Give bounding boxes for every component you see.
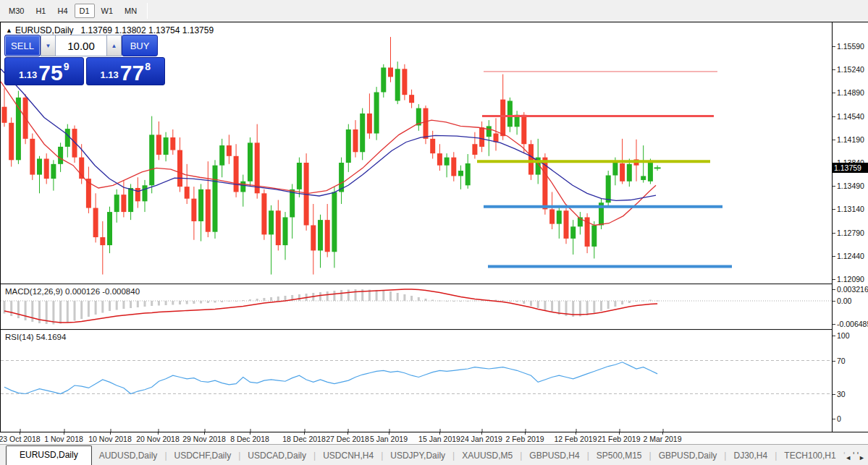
- mt4-window: M30H1H4D1W1MN MACD(12,26,9) 0.000126 -0.…: [0, 0, 868, 465]
- date-label: 15 Jan 2019: [418, 435, 460, 443]
- scale-tick-dash: [833, 256, 835, 257]
- date-label: 10 Nov 2018: [88, 435, 132, 443]
- rsi-label: RSI(14) 54.1694: [5, 333, 66, 341]
- scale-tick-label: 1.12440: [837, 252, 864, 260]
- timeframe-mn[interactable]: MN: [119, 4, 142, 18]
- buy-button[interactable]: BUY: [122, 35, 158, 56]
- ask-big-digits: 77: [120, 64, 144, 82]
- tab-scroll-buttons: ◄ ►: [840, 454, 865, 461]
- chart-title: ▲EURUSD,Daily1.13769 1.13802 1.13754 1.1…: [6, 25, 214, 35]
- scale-tick-label: 1.15240: [837, 65, 864, 74]
- rsi-name: RSI(14): [5, 333, 34, 341]
- scale-tick-label: 1.14540: [837, 112, 864, 121]
- tab-usdcnh-h4[interactable]: USDCNH,H4: [316, 447, 381, 465]
- bid-price-panel[interactable]: 1.13 75 9: [4, 57, 84, 85]
- rsi-indicator-chart[interactable]: [1, 330, 832, 432]
- scale-tick-label: 1.13140: [837, 205, 864, 213]
- volume-increase-button[interactable]: ▲: [106, 35, 122, 56]
- tab-usdchf-daily[interactable]: USDCHF,Daily: [167, 447, 239, 465]
- collapse-triangle-icon[interactable]: ▲: [6, 27, 12, 34]
- date-label: 2 Feb 2019: [505, 435, 544, 443]
- scale-tick-dash: [833, 301, 835, 302]
- scale-tick-label: -0.006485: [837, 320, 868, 328]
- macd-value: 0.000126: [65, 287, 100, 296]
- one-click-trade-widget: SELL ▼ ▲ BUY 1.13 75 9 1.13 77 8: [4, 35, 165, 85]
- scale-tick-dash: [833, 46, 835, 47]
- timeframe-m30[interactable]: M30: [4, 4, 29, 18]
- date-label: 18 Dec 2018: [282, 435, 326, 443]
- timeframe-toolbar: M30H1H4D1W1MN: [0, 0, 868, 22]
- scale-tick-dash: [833, 209, 835, 210]
- bid-big-digits: 75: [38, 64, 62, 82]
- scale-tick-label: 1.14890: [837, 88, 864, 97]
- tab-gbpusd-h4[interactable]: GBPUSD,H4: [522, 447, 586, 465]
- tab-tech100-h1[interactable]: TECH100,H1: [777, 447, 843, 465]
- date-label: 24 Jan 2019: [460, 435, 502, 443]
- timeframe-h1[interactable]: H1: [30, 4, 51, 18]
- scale-tick-label: 1.12090: [837, 275, 864, 283]
- date-label: 1 Nov 2018: [44, 435, 83, 443]
- scale-tick-label: 1.12790: [837, 229, 864, 237]
- date-label: 8 Dec 2018: [230, 435, 269, 443]
- scale-tick-label: 100: [837, 331, 850, 340]
- scale-tick-dash: [833, 289, 835, 290]
- price-scale[interactable]: 1.155901.152401.148901.145401.141901.138…: [833, 22, 868, 432]
- chart-symbol: EURUSD,Daily: [15, 25, 74, 35]
- toolbar-separator: [147, 3, 148, 19]
- scale-tick-label: 0.00: [837, 297, 851, 305]
- ask-price-panel[interactable]: 1.13 77 8: [86, 57, 166, 85]
- scale-tick-dash: [833, 419, 835, 419]
- macd-name: MACD(12,26,9): [5, 287, 63, 296]
- scale-tick-label: 30: [837, 390, 846, 398]
- scale-tick-dash: [833, 116, 835, 117]
- tab-eurusd-daily[interactable]: EURUSD,Daily: [6, 445, 92, 465]
- date-label: 29 Nov 2018: [182, 435, 226, 443]
- scale-tick-dash: [833, 186, 835, 187]
- bid-prefix: 1.13: [19, 69, 37, 80]
- tab-usdcad-daily[interactable]: USDCAD,Daily: [240, 447, 313, 465]
- tab-gbpusd-daily[interactable]: GBPUSD,Daily: [652, 447, 725, 465]
- date-label: 2 Mar 2019: [643, 435, 681, 443]
- scale-tick-dash: [833, 93, 835, 93]
- chart-ohlc-values: 1.13769 1.13802 1.13754 1.13759: [81, 25, 214, 35]
- rsi-value: 54.1694: [36, 333, 67, 341]
- scale-tick-dash: [833, 324, 835, 325]
- scale-tick-label: 1.13490: [837, 182, 864, 190]
- date-label: 23 Oct 2018: [0, 435, 41, 443]
- scale-tick-dash: [833, 140, 835, 140]
- ask-prefix: 1.13: [101, 69, 119, 80]
- tab-audusd-daily[interactable]: AUDUSD,Daily: [92, 447, 165, 465]
- timeframe-d1[interactable]: D1: [75, 4, 95, 18]
- bid-pip-digit: 9: [64, 61, 69, 72]
- scale-tick-label: 1.14190: [837, 135, 864, 144]
- tab-usdjpy-daily[interactable]: USDJPY,Daily: [383, 447, 452, 465]
- current-price-label: 1.13759: [833, 163, 868, 173]
- timeframe-w1[interactable]: W1: [96, 4, 119, 18]
- scale-tick-dash: [833, 233, 835, 234]
- scale-tick-dash: [833, 336, 835, 336]
- scale-tick-label: 1.15590: [837, 42, 864, 51]
- volume-input[interactable]: [56, 35, 106, 56]
- tab-xauusd-m5[interactable]: XAUUSD,M5: [455, 447, 520, 465]
- scale-tick-dash: [833, 69, 835, 70]
- tab-scroll-right-icon[interactable]: ►: [859, 454, 865, 461]
- tab-scroll-left-icon[interactable]: ◄: [845, 454, 851, 461]
- date-label: 27 Dec 2018: [326, 435, 369, 443]
- sell-button[interactable]: SELL: [4, 35, 41, 56]
- scale-tick-dash: [833, 394, 835, 395]
- macd-label: MACD(12,26,9) 0.000126 -0.000840: [5, 287, 140, 296]
- date-label: 12 Feb 2019: [555, 435, 597, 443]
- scale-tick-label: 0.003216: [837, 285, 868, 294]
- date-label: 20 Nov 2018: [136, 435, 180, 443]
- tab-dj30-h4[interactable]: DJ30,H4: [726, 447, 775, 465]
- date-axis[interactable]: 23 Oct 20181 Nov 201810 Nov 201820 Nov 2…: [0, 432, 868, 444]
- tab-sp500-m15[interactable]: SP500,M15: [589, 447, 649, 465]
- ask-pip-digit: 8: [145, 61, 151, 72]
- chart-tab-bar: EURUSD,DailyAUDUSD,Daily|USDCHF,Daily|US…: [0, 444, 868, 465]
- timeframe-h4[interactable]: H4: [52, 4, 72, 18]
- macd-signal-value: -0.000840: [102, 287, 140, 296]
- volume-decrease-button[interactable]: ▼: [41, 35, 56, 56]
- scale-tick-label: 0: [837, 414, 841, 423]
- scale-tick-label: 70: [837, 357, 846, 365]
- date-label: 5 Jan 2019: [370, 435, 408, 443]
